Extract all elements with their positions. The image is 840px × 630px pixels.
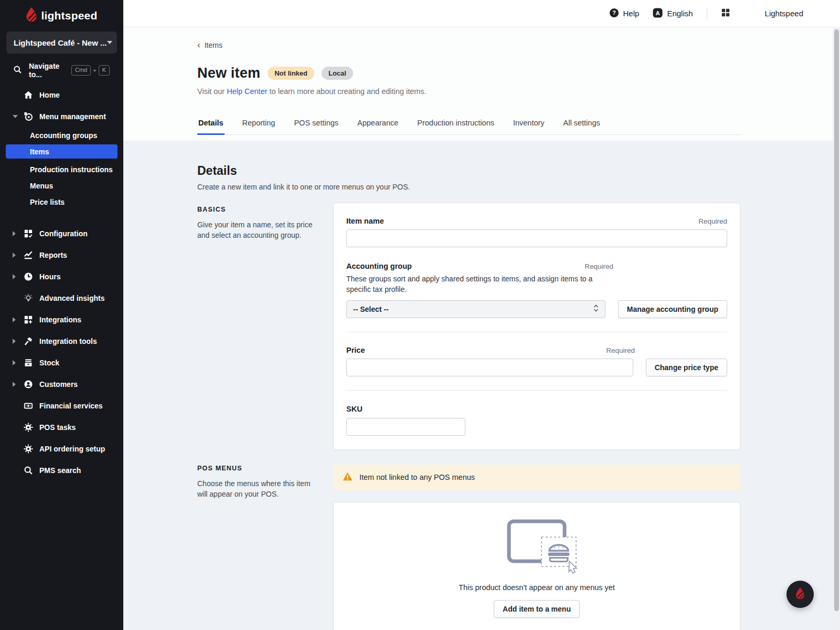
add-item-to-menu-button[interactable]: Add item to a menu (494, 600, 580, 618)
reports-icon (23, 250, 33, 260)
basics-label: BASICS (197, 206, 321, 213)
gear-icon (23, 422, 33, 432)
chevron-right-icon (13, 360, 16, 365)
tab-inventory[interactable]: Inventory (512, 114, 546, 135)
sidebar-item-advanced-insights[interactable]: Advanced insights (0, 287, 123, 309)
sidebar-item-hours[interactable]: Hours (0, 266, 123, 287)
intro-prefix: Visit our (197, 87, 225, 96)
menus-empty-illustration (492, 566, 581, 575)
configuration-icon (23, 228, 33, 238)
chevron-left-icon: ‹ (197, 40, 200, 49)
pos-menus-row: POS MENUS Choose the menus where this it… (197, 465, 740, 630)
chat-launcher-button[interactable] (786, 581, 814, 608)
tab-details[interactable]: Details (197, 114, 225, 135)
tab-bar: Details Reporting POS settings Appearanc… (197, 114, 740, 135)
home-icon (23, 90, 33, 100)
help-menu[interactable]: ? Help (609, 8, 640, 19)
accounting-group-required: Required (584, 262, 613, 270)
breadcrumb[interactable]: ‹ Items (197, 40, 222, 49)
sidebar-item-price-lists[interactable]: Price lists (6, 194, 118, 210)
change-price-type-button[interactable]: Change price type (646, 359, 727, 376)
language-label: English (667, 9, 693, 18)
app-window: lightspeed Lightspeed Café - New ... Nav… (0, 0, 840, 630)
accounting-group-select[interactable]: -- Select -- (346, 300, 605, 318)
warning-banner: Item not linked to any POS menus (333, 465, 740, 490)
sidebar-item-financial-services[interactable]: Financial services (0, 395, 123, 416)
cmd-key: Cmd (71, 65, 91, 75)
lightspeed-logo: lightspeed (0, 0, 123, 30)
store-selector[interactable]: Lightspeed Café - New ... (6, 32, 117, 54)
divider (346, 332, 727, 332)
scrollbar-thumb[interactable] (834, 29, 839, 611)
integrations-icon (23, 314, 33, 324)
basics-description: Give your item a name, set its price and… (197, 219, 321, 241)
sidebar: lightspeed Lightspeed Café - New ... Nav… (0, 0, 123, 630)
sidebar-item-integrations[interactable]: Integrations (0, 309, 123, 330)
accounting-group-label: Accounting group (346, 262, 412, 270)
shortcut-keys: Cmd + K (71, 65, 110, 75)
basics-row: BASICS Give your item a name, set its pr… (197, 203, 740, 450)
title-row: New item Not linked Local (197, 65, 840, 81)
flame-icon (795, 587, 805, 602)
account-menu[interactable]: Lightspeed (765, 9, 803, 18)
basics-side: BASICS Give your item a name, set its pr… (197, 203, 321, 450)
svg-text:A: A (656, 9, 660, 16)
chevron-right-icon (13, 339, 16, 344)
manage-accounting-group-button[interactable]: Manage accounting group (618, 300, 727, 318)
sidebar-item-pos-tasks[interactable]: POS tasks (0, 416, 123, 438)
status-badge-local: Local (322, 67, 353, 80)
sidebar-item-api-ordering-setup[interactable]: API ordering setup (0, 438, 123, 459)
k-key: K (99, 65, 110, 75)
language-menu[interactable]: A English (653, 8, 693, 19)
accounting-group-description: These groups sort and apply shared setti… (346, 274, 613, 295)
sidebar-item-reports[interactable]: Reports (0, 244, 123, 266)
tab-pos-settings[interactable]: POS settings (293, 114, 339, 135)
sidebar-item-pms-search[interactable]: PMS search (0, 459, 123, 481)
sidebar-item-menu-management[interactable]: Menu management (0, 106, 123, 127)
search-icon (23, 465, 33, 475)
hammer-icon (23, 336, 33, 346)
sidebar-item-items[interactable]: Items (6, 144, 118, 159)
help-label: Help (623, 9, 640, 18)
plus-sign: + (93, 67, 96, 74)
navigate-label: Navigate to... (29, 62, 71, 79)
apps-grid-icon (721, 8, 730, 19)
apps-grid-button[interactable] (721, 8, 730, 19)
svg-text:?: ? (612, 9, 616, 16)
sidebar-item-customers[interactable]: Customers (0, 373, 123, 395)
navigate-search[interactable]: Navigate to... Cmd + K (0, 62, 123, 79)
item-name-label: Item name (346, 217, 384, 225)
sidebar-item-menus[interactable]: Menus (6, 177, 118, 194)
tab-appearance[interactable]: Appearance (356, 114, 399, 135)
sidebar-item-production-instructions[interactable]: Production instructions (6, 161, 118, 177)
price-input[interactable] (346, 359, 633, 376)
chevron-right-icon (13, 382, 16, 387)
help-icon: ? (609, 8, 619, 19)
intro-text: Visit our Help Center to learn more abou… (197, 87, 840, 96)
sidebar-item-accounting-groups[interactable]: Accounting groups (6, 127, 118, 143)
sidebar-item-home[interactable]: Home (0, 84, 123, 106)
chevron-right-icon (13, 274, 16, 279)
sidebar-item-stock[interactable]: Stock (0, 352, 123, 373)
topbar: ? Help A English Lightspeed (123, 0, 840, 27)
sidebar-item-configuration[interactable]: Configuration (0, 223, 123, 244)
pos-menus-description: Choose the menus where this item will ap… (197, 478, 321, 500)
tab-production-instructions[interactable]: Production instructions (416, 114, 495, 135)
breadcrumb-label: Items (205, 41, 222, 49)
section-heading: Details (197, 164, 840, 178)
customers-icon (23, 379, 33, 389)
logo-wordmark: lightspeed (41, 9, 97, 22)
sku-input[interactable] (346, 418, 465, 436)
page-title: New item (197, 65, 260, 81)
chevron-right-icon (13, 253, 16, 258)
empty-menus-title: This product doesn't appear on any menus… (346, 583, 727, 592)
chevron-down-icon (107, 41, 112, 44)
section-description: Create a new item and link it to one or … (197, 183, 840, 191)
tab-all-settings[interactable]: All settings (562, 114, 601, 135)
intro-suffix: to learn more about creating and editing… (270, 87, 427, 96)
page-body: Details Create a new item and link it to… (123, 141, 840, 630)
tab-reporting[interactable]: Reporting (241, 114, 277, 135)
sidebar-item-integration-tools[interactable]: Integration tools (0, 330, 123, 352)
help-center-link[interactable]: Help Center (227, 87, 267, 96)
item-name-input[interactable] (346, 229, 727, 247)
